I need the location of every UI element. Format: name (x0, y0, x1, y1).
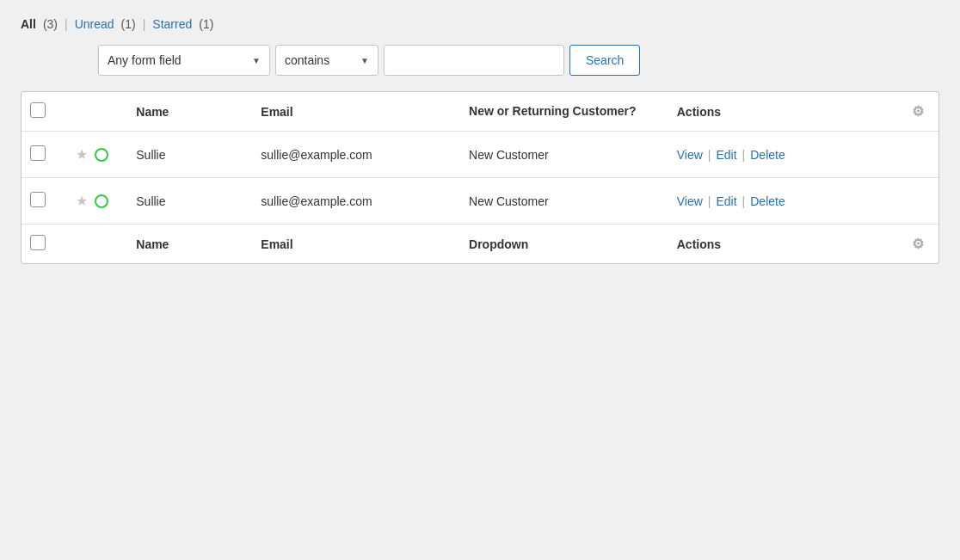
search-input[interactable] (384, 45, 564, 76)
filter-tab-all-count: (3) (43, 17, 58, 31)
gear-icon[interactable]: ⚙ (912, 104, 924, 119)
row-name: Sullie (127, 178, 252, 225)
header-actions: Actions (668, 92, 897, 132)
search-button[interactable]: Search (569, 45, 640, 76)
entries-table: Name Email New or Returning Customer? Ac… (22, 92, 938, 263)
row-email: sullie@example.com (252, 178, 460, 225)
filter-tab-all[interactable]: All (21, 17, 36, 31)
footer-checkbox[interactable] (30, 235, 46, 250)
form-field-select[interactable]: Any form field ▼ (98, 45, 270, 76)
edit-link[interactable]: Edit (716, 148, 736, 162)
search-row: Any form field ▼ contains ▼ Search (98, 45, 939, 76)
filter-tab-unread[interactable]: Unread (75, 17, 114, 31)
row-customer-status: New Customer (460, 132, 668, 178)
row-customer-status: New Customer (460, 178, 668, 225)
header-name: Name (127, 92, 252, 132)
entries-table-wrapper: Name Email New or Returning Customer? Ac… (21, 91, 939, 264)
action-sep-2: | (742, 148, 746, 162)
delete-link[interactable]: Delete (750, 148, 785, 162)
action-sep: | (708, 194, 711, 208)
contains-select[interactable]: contains ▼ (275, 45, 378, 76)
row-checkbox[interactable] (30, 192, 46, 207)
header-icons-cell (67, 92, 127, 132)
header-gear-cell: ⚙ (897, 92, 938, 132)
chevron-down-icon-2: ▼ (360, 56, 369, 65)
footer-checkbox-cell (22, 225, 67, 264)
footer-icons-cell (67, 225, 127, 264)
row-checkbox-cell (22, 178, 67, 225)
filter-tabs: All (3) | Unread (1) | Starred (1) (21, 17, 939, 31)
row-action-links: View | Edit | Delete (668, 132, 897, 178)
header-email: Email (252, 92, 460, 132)
filter-tab-unread-count: (1) (121, 17, 136, 31)
contains-select-label: contains (285, 53, 329, 67)
form-field-select-label: Any form field (108, 53, 182, 67)
footer-gear-cell: ⚙ (897, 225, 938, 264)
row-checkbox[interactable] (30, 145, 46, 161)
gear-icon-footer[interactable]: ⚙ (912, 237, 924, 251)
select-all-checkbox[interactable] (30, 102, 46, 118)
row-icons-cell: ★ (67, 178, 127, 225)
action-sep: | (708, 148, 711, 162)
chevron-down-icon: ▼ (252, 56, 261, 65)
filter-tab-starred[interactable]: Starred (152, 17, 192, 31)
row-gear-cell (897, 132, 938, 178)
table-row: ★ Sullie sullie@example.com New Customer… (22, 178, 938, 225)
row-email: sullie@example.com (252, 132, 460, 178)
row-gear-cell (897, 178, 938, 225)
row-checkbox-cell (22, 132, 67, 178)
header-customer: New or Returning Customer? (460, 92, 668, 132)
row-action-links: View | Edit | Delete (668, 178, 897, 225)
view-link[interactable]: View (677, 194, 703, 208)
row-icons-cell: ★ (67, 132, 127, 178)
delete-link[interactable]: Delete (750, 194, 785, 208)
header-checkbox-cell (22, 92, 67, 132)
footer-customer: Dropdown (460, 225, 668, 264)
footer-actions: Actions (668, 225, 897, 264)
separator-1: | (65, 17, 68, 31)
star-icon[interactable]: ★ (76, 193, 88, 209)
filter-tab-starred-count: (1) (199, 17, 213, 31)
status-circle-icon (95, 148, 108, 162)
row-name: Sullie (127, 132, 252, 178)
edit-link[interactable]: Edit (716, 194, 736, 208)
status-circle-icon (95, 194, 108, 208)
footer-name: Name (127, 225, 252, 264)
star-icon[interactable]: ★ (76, 146, 88, 163)
action-sep-2: | (742, 194, 746, 208)
view-link[interactable]: View (677, 148, 703, 162)
separator-2: | (143, 17, 146, 31)
footer-email: Email (252, 225, 460, 264)
table-row: ★ Sullie sullie@example.com New Customer… (22, 132, 938, 178)
